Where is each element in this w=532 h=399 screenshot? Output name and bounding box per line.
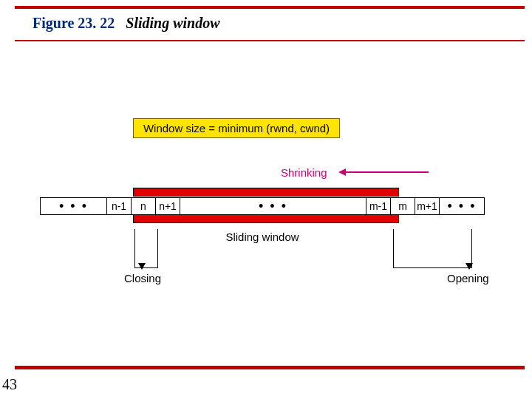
window-bar-top	[133, 188, 399, 197]
sliding-window-diagram: Window size = minimum (rwnd, cwnd) Shrin…	[37, 118, 488, 296]
cell-n: n	[132, 198, 156, 214]
figure-label: Figure 23. 22 Sliding window	[33, 15, 220, 32]
closing-label: Closing	[124, 272, 161, 284]
cell-right-dots: • • •	[440, 198, 484, 214]
page-number: 43	[2, 376, 17, 393]
cell-n-1: n-1	[107, 198, 132, 214]
figure-number: Figure 23. 22	[33, 15, 115, 31]
cell-mid-dots: • • •	[180, 198, 366, 214]
opening-arrowhead	[466, 263, 473, 270]
segment-strip: • • • n-1 n n+1 • • • m-1 m m+1 • • •	[40, 197, 485, 215]
shrinking-label: Shrinking	[281, 166, 327, 179]
figure-caption: Sliding window	[126, 15, 219, 31]
shrinking-arrow	[340, 171, 429, 173]
cell-n-plus-1: n+1	[156, 198, 180, 214]
closing-arrowhead	[138, 263, 146, 270]
opening-bracket	[393, 229, 472, 268]
window-bar-bottom	[133, 214, 399, 223]
cell-m-plus-1: m+1	[415, 198, 440, 214]
cell-m: m	[391, 198, 415, 214]
opening-label: Opening	[447, 272, 489, 284]
window-size-formula: Window size = minimum (rwnd, cwnd)	[133, 118, 340, 138]
cell-m-1: m-1	[366, 198, 391, 214]
top-rule	[15, 6, 525, 9]
cell-left-dots: • • •	[41, 198, 107, 214]
under-title-rule	[15, 40, 525, 41]
bottom-rule	[15, 366, 525, 369]
